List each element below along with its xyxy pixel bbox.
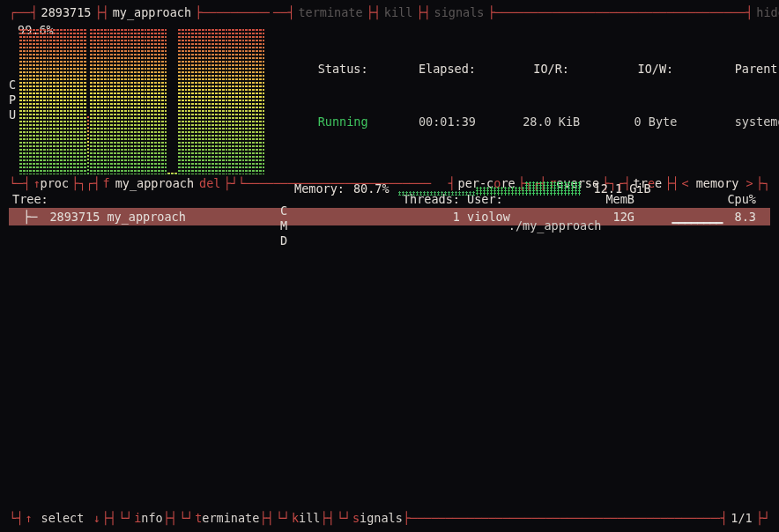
action-terminate[interactable]: terminate bbox=[294, 5, 366, 19]
tree-branch-icon: ├─ bbox=[12, 210, 42, 224]
cpu-graph bbox=[19, 25, 264, 174]
info-panel: ──┤ terminate ├┤ kill ├┤ signals ├──────… bbox=[270, 5, 779, 174]
iow-label: IO/W: bbox=[604, 60, 708, 78]
filter-hotkey[interactable]: f bbox=[100, 176, 113, 190]
parent-label: Parent: bbox=[708, 60, 779, 78]
footer-terminate[interactable]: └┘terminate bbox=[177, 511, 259, 525]
iow-value: 0 Byte bbox=[604, 113, 708, 130]
proc-name: my_approach bbox=[109, 5, 195, 19]
status-value: Running bbox=[291, 113, 395, 130]
cmd-side-label: C M D bbox=[280, 203, 293, 248]
filter-del[interactable]: del bbox=[197, 176, 223, 190]
cpu-side-label: C P U bbox=[9, 78, 16, 122]
memory-value: 12.1 GiB bbox=[594, 181, 651, 196]
cmd-value: ./my_approach bbox=[293, 203, 779, 248]
elapsed-value: 00:01:39 bbox=[395, 113, 499, 130]
memory-row: Memory: 80.7% 12.1 GiB bbox=[273, 166, 779, 196]
row-pid: 2893715 bbox=[49, 210, 100, 224]
info-titlebar: ──┤ terminate ├┤ kill ├┤ signals ├──────… bbox=[273, 5, 779, 19]
footer-info[interactable]: └┘info bbox=[116, 511, 163, 525]
status-label: Status: bbox=[291, 60, 395, 78]
memory-label: Memory: bbox=[294, 181, 345, 196]
ior-value: 28.0 KiB bbox=[500, 113, 604, 130]
action-kill[interactable]: kill bbox=[381, 5, 417, 19]
footer-kill[interactable]: └┘kill bbox=[274, 511, 321, 525]
elapsed-label: Elapsed: bbox=[395, 60, 499, 78]
ior-label: IO/R: bbox=[500, 60, 604, 78]
info-grid: Status: Running Elapsed: 00:01:39 IO/R: … bbox=[273, 19, 779, 166]
footer-signals[interactable]: └┘signals bbox=[335, 511, 403, 525]
cpu-panel: ┌──┤ 2893715 ├┤ my_approach ├────────── … bbox=[9, 5, 270, 174]
footer-select[interactable]: ↑ select ↓ bbox=[23, 511, 101, 525]
filter-text[interactable]: my_approach bbox=[113, 176, 197, 190]
footer-bar: └┤ ↑ select ↓ ├┤ └┘info ├┤ └┘terminate ├… bbox=[9, 511, 770, 525]
cpu-panel-titlebar: ┌──┤ 2893715 ├┤ my_approach ├────────── bbox=[9, 5, 270, 19]
cmd-row: C M D ./my_approach bbox=[273, 196, 779, 248]
action-hide[interactable]: hide ↲ bbox=[753, 5, 779, 19]
action-signals[interactable]: signals bbox=[431, 5, 488, 19]
parent-value: systemd bbox=[708, 113, 779, 130]
tab-proc[interactable]: proc bbox=[41, 176, 70, 190]
page-indicator: 1/1 bbox=[727, 511, 755, 525]
memory-pct: 80.7% bbox=[353, 181, 390, 196]
row-name: my_approach bbox=[107, 210, 185, 224]
pid-label: 2893715 bbox=[38, 5, 95, 19]
memory-bar bbox=[398, 181, 585, 196]
